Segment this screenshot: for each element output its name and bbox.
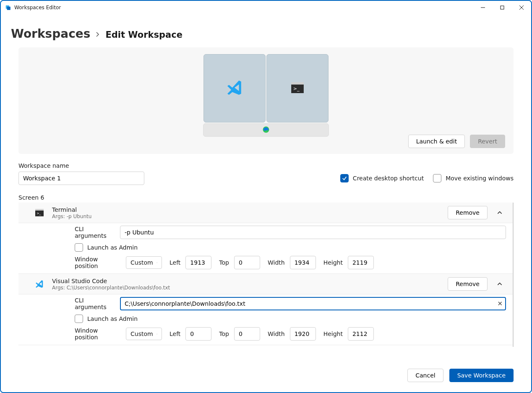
preview-panel: >_ Launch & edit Revert xyxy=(18,47,514,154)
width-label: Width xyxy=(268,259,285,266)
vscode-icon xyxy=(226,79,243,98)
left-input[interactable] xyxy=(185,256,211,269)
preview-tile-terminal[interactable]: >_ xyxy=(266,54,329,122)
cli-label: CLI arguments xyxy=(75,297,114,310)
close-button[interactable] xyxy=(512,1,531,14)
name-row: Create desktop shortcut Move existing wi… xyxy=(18,172,514,185)
breadcrumb: Workspaces Edit Workspace xyxy=(11,27,514,41)
chevron-right-icon xyxy=(95,30,100,39)
preview-tile-vscode[interactable] xyxy=(203,54,266,122)
create-shortcut-checkbox[interactable]: Create desktop shortcut xyxy=(340,174,424,182)
width-input[interactable] xyxy=(290,327,316,341)
svg-text:>_: >_ xyxy=(293,86,300,91)
create-shortcut-label: Create desktop shortcut xyxy=(353,175,424,182)
content: Workspaces Edit Workspace >_ xyxy=(1,14,531,362)
app-header-vscode[interactable]: Visual Studio Code Args: C;\Users\connor… xyxy=(18,274,513,294)
save-workspace-button[interactable]: Save Workspace xyxy=(449,369,514,382)
cli-input[interactable] xyxy=(120,297,506,310)
checkbox-icon xyxy=(340,174,349,182)
svg-rect-3 xyxy=(501,6,504,9)
terminal-icon: >_ xyxy=(291,82,304,94)
launch-as-admin-checkbox[interactable]: Launch as Admin xyxy=(75,243,506,252)
collapse-toggle[interactable] xyxy=(493,278,506,290)
app-icon xyxy=(5,5,11,10)
preview-tile-edge[interactable] xyxy=(203,123,329,137)
height-label: Height xyxy=(323,331,343,337)
options: Create desktop shortcut Move existing wi… xyxy=(340,174,514,182)
window-title: Workspaces Editor xyxy=(14,5,61,10)
vscode-icon xyxy=(34,279,44,289)
move-existing-checkbox[interactable]: Move existing windows xyxy=(433,174,514,182)
remove-button[interactable]: Remove xyxy=(448,277,488,291)
height-input[interactable] xyxy=(348,256,374,269)
launch-edit-button[interactable]: Launch & edit xyxy=(408,135,465,148)
titlebar-left: Workspaces Editor xyxy=(5,5,61,10)
collapse-toggle[interactable] xyxy=(493,206,506,219)
chevron-down-icon xyxy=(156,332,157,336)
top-label: Top xyxy=(219,331,229,337)
clear-input-icon[interactable]: ✕ xyxy=(497,300,503,307)
top-input[interactable] xyxy=(234,256,260,269)
left-label: Left xyxy=(170,259,180,266)
height-input[interactable] xyxy=(348,327,374,341)
svg-rect-1 xyxy=(7,7,10,10)
checkbox-icon xyxy=(433,174,441,182)
footer: Cancel Save Workspace xyxy=(1,362,531,392)
checkbox-icon xyxy=(75,315,83,323)
top-input[interactable] xyxy=(234,327,260,341)
window-controls xyxy=(473,1,531,14)
app-list: >_ Terminal Args: -p Ubuntu Remove CLI a… xyxy=(18,203,514,347)
titlebar: Workspaces Editor xyxy=(1,1,531,14)
checkbox-icon xyxy=(75,243,83,252)
maximize-button[interactable] xyxy=(493,1,512,14)
minimize-button[interactable] xyxy=(473,1,493,14)
app-title: Visual Studio Code xyxy=(52,278,440,284)
launch-as-admin-checkbox[interactable]: Launch as Admin xyxy=(75,315,506,323)
launch-as-admin-label: Launch as Admin xyxy=(87,315,138,322)
cli-input[interactable] xyxy=(120,226,506,239)
breadcrumb-root[interactable]: Workspaces xyxy=(11,27,90,41)
top-label: Top xyxy=(219,259,229,266)
svg-text:>_: >_ xyxy=(37,211,41,215)
position-mode-select[interactable]: Custom xyxy=(126,328,162,340)
breadcrumb-leaf: Edit Workspace xyxy=(105,30,182,40)
terminal-icon: >_ xyxy=(34,209,44,216)
position-mode-select[interactable]: Custom xyxy=(126,256,162,269)
select-value: Custom xyxy=(130,331,153,337)
width-input[interactable] xyxy=(290,256,316,269)
cli-label: CLI arguments xyxy=(75,226,114,239)
screen-section-heading: Screen 6 xyxy=(18,194,514,201)
width-label: Width xyxy=(268,331,285,337)
launch-as-admin-label: Launch as Admin xyxy=(87,244,138,251)
height-label: Height xyxy=(323,259,343,266)
app-title: Terminal xyxy=(52,206,440,213)
preview-layout: >_ xyxy=(203,54,329,137)
cancel-button[interactable]: Cancel xyxy=(407,369,443,382)
workspace-name-input[interactable] xyxy=(18,172,144,185)
edge-icon xyxy=(262,126,270,135)
left-input[interactable] xyxy=(185,327,211,341)
app-window: Workspaces Editor Workspaces Edit Worksp… xyxy=(0,0,532,393)
app-args-summary: Args: C;\Users\connorplante\Downloads\fo… xyxy=(52,285,440,291)
workspace-name-label: Workspace name xyxy=(18,162,514,169)
svg-rect-10 xyxy=(35,209,44,211)
preview-actions: Launch & edit Revert xyxy=(408,135,505,148)
app-body-vscode: CLI arguments ✕ Launch as Admin Window p… xyxy=(18,294,513,345)
svg-rect-6 xyxy=(291,82,304,85)
revert-button: Revert xyxy=(470,135,505,148)
window-position-label: Window position xyxy=(75,256,121,269)
remove-button[interactable]: Remove xyxy=(448,206,488,219)
move-existing-label: Move existing windows xyxy=(446,175,514,182)
app-header-terminal[interactable]: >_ Terminal Args: -p Ubuntu Remove xyxy=(18,203,513,223)
app-body-terminal: CLI arguments Launch as Admin Window pos… xyxy=(18,223,513,274)
chevron-down-icon xyxy=(156,260,157,265)
select-value: Custom xyxy=(130,259,153,266)
left-label: Left xyxy=(170,331,180,337)
window-position-label: Window position xyxy=(75,327,121,341)
app-args-summary: Args: -p Ubuntu xyxy=(52,213,440,219)
